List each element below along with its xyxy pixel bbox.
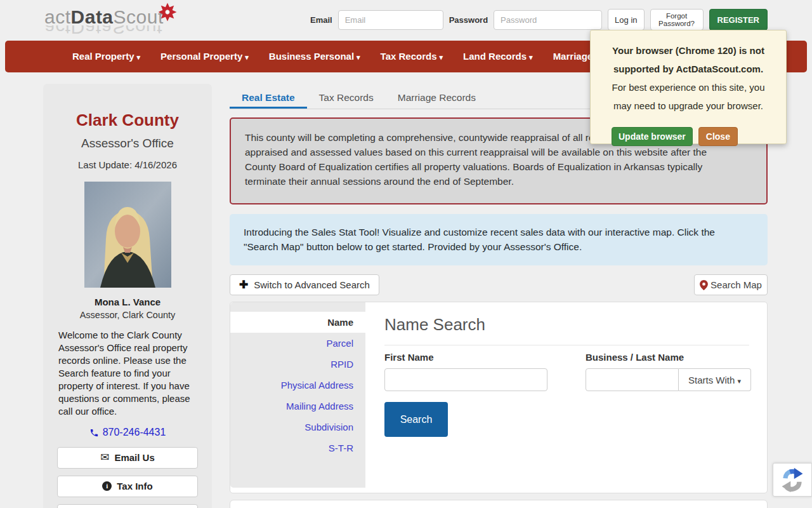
assessor-portrait [84, 182, 171, 288]
assessor-name: Mona L. Vance [43, 297, 212, 307]
search-type-nav: Name Parcel RPID Physical Address Mailin… [230, 302, 365, 488]
search-nav-physical-address[interactable]: Physical Address [230, 375, 365, 396]
last-name-label: Business / Last Name [586, 352, 751, 363]
forgot-password-button[interactable]: Forgot Password? [650, 9, 704, 30]
phone-number: 870-246-4431 [103, 427, 166, 438]
logo-part-scout: Scout [114, 6, 164, 27]
chevron-down-icon: ▾ [357, 53, 360, 61]
next-panel-edge [230, 500, 768, 508]
recaptcha-badge[interactable] [773, 463, 812, 497]
match-mode-dropdown[interactable]: Starts With ▾ [679, 368, 751, 391]
popup-message-bold: Your browser (Chrome 120) is not support… [591, 41, 786, 78]
last-update: Last Update: 4/16/2026 [43, 159, 212, 170]
county-sidebar: Clark County Assessor's Office Last Upda… [43, 84, 212, 508]
search-nav-rpid[interactable]: RPID [230, 354, 365, 375]
search-map-button[interactable]: Search Map [694, 274, 768, 295]
email-label: Email [310, 15, 332, 25]
chevron-down-icon: ▾ [440, 53, 443, 61]
search-nav-name[interactable]: Name [230, 312, 365, 333]
logo-reflection: actDataScout [44, 25, 162, 38]
chevron-down-icon: ▾ [245, 53, 249, 61]
envelope-icon: ✉ [100, 451, 109, 464]
tab-marriage-records[interactable]: Marriage Records [386, 88, 488, 109]
nav-personal-property[interactable]: Personal Property▾ [150, 41, 259, 72]
plus-icon: ✚ [239, 278, 248, 291]
logo-part-act: act [44, 6, 71, 27]
login-button[interactable]: Log in [608, 9, 644, 30]
phone-link[interactable]: 870-246-4431 [89, 427, 166, 438]
info-icon: i [102, 481, 112, 491]
update-browser-button[interactable]: Update browser [612, 127, 693, 146]
search-nav-parcel[interactable]: Parcel [230, 333, 365, 354]
chevron-down-icon: ▾ [137, 53, 141, 61]
recaptcha-icon [778, 466, 806, 494]
nav-tax-records[interactable]: Tax Records▾ [370, 41, 453, 72]
search-nav-mailing-address[interactable]: Mailing Address [230, 396, 365, 417]
search-nav-subdivision[interactable]: Subdivision [230, 417, 365, 438]
first-name-label: First Name [384, 352, 547, 363]
login-bar: Email Password Log in Forgot Password? R… [310, 9, 768, 30]
browser-warning-popup: Your browser (Chrome 120) is not support… [590, 30, 787, 144]
sales-stat-tool-info: Introducing the Sales Stat Tool! Visuali… [230, 214, 768, 265]
chevron-down-icon: ▾ [529, 53, 533, 61]
nav-real-property[interactable]: Real Property▾ [62, 41, 150, 72]
password-field[interactable] [494, 10, 602, 30]
email-us-button[interactable]: ✉ Email Us [57, 447, 198, 469]
search-nav-str[interactable]: S-T-R [230, 438, 365, 458]
pane-title: Name Search [384, 315, 749, 335]
tab-real-estate[interactable]: Real Estate [230, 88, 307, 109]
office-subtitle: Assessor's Office [43, 137, 212, 150]
logo-part-data: Data [71, 6, 114, 27]
search-button[interactable]: Search [384, 402, 448, 437]
email-field[interactable] [338, 10, 443, 30]
password-label: Password [449, 15, 488, 25]
map-pin-icon [700, 280, 708, 290]
divider [384, 345, 749, 345]
welcome-text: Welcome to the Clark County Assessor's O… [58, 329, 197, 418]
register-button[interactable]: REGISTER [709, 9, 768, 30]
close-popup-button[interactable]: Close [698, 127, 738, 146]
office-info-button[interactable]: i Office Info [57, 504, 198, 508]
site-logo[interactable]: actDataScout [44, 6, 164, 28]
county-title: Clark County [43, 110, 212, 130]
tab-tax-records[interactable]: Tax Records [307, 88, 386, 109]
popup-message: For best experience on this site, you ma… [591, 78, 786, 115]
chevron-down-icon: ▾ [738, 377, 742, 385]
last-name-input[interactable] [586, 368, 679, 391]
tax-info-button[interactable]: i Tax Info [57, 476, 198, 497]
assessor-title: Assessor, Clark County [43, 310, 212, 320]
search-panel: Name Parcel RPID Physical Address Mailin… [230, 302, 768, 493]
name-search-pane: Name Search First Name Business / Last N… [365, 302, 767, 493]
advanced-search-button[interactable]: ✚ Switch to Advanced Search [230, 274, 379, 295]
phone-icon [89, 428, 99, 438]
nav-land-records[interactable]: Land Records▾ [453, 41, 543, 72]
nav-business-personal[interactable]: Business Personal▾ [259, 41, 370, 72]
first-name-input[interactable] [384, 368, 547, 391]
pinwheel-logo-icon [157, 1, 178, 23]
